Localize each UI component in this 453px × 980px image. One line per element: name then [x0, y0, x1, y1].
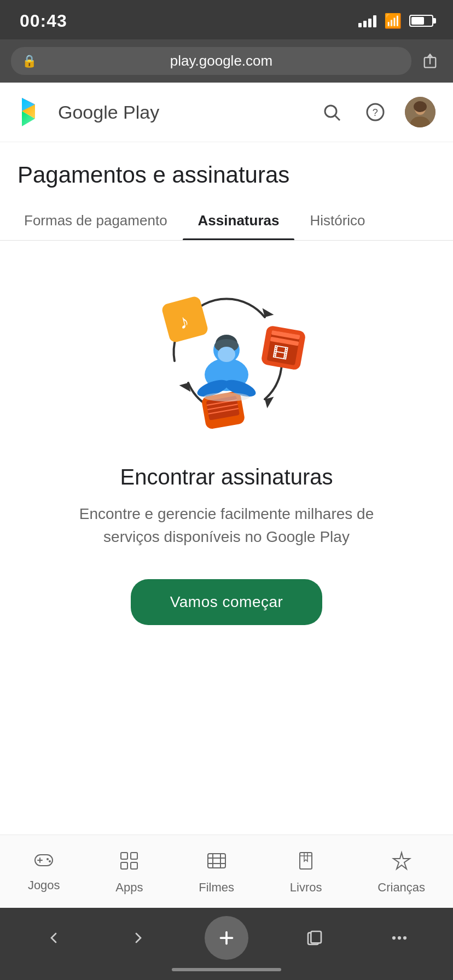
svg-point-42: [49, 860, 51, 862]
content-desc: Encontre e gerencie facilmente milhares …: [68, 503, 385, 549]
nav-label-jogos: Jogos: [28, 878, 60, 892]
svg-rect-52: [300, 853, 312, 869]
gplay-header: Google Play ?: [0, 83, 453, 142]
url-bar[interactable]: 🔒 play.google.com: [11, 47, 411, 75]
search-button[interactable]: [317, 98, 346, 126]
svg-point-41: [47, 858, 49, 860]
status-icons: 📶: [358, 13, 433, 30]
page-content: Pagamentos e assinaturas Formas de pagam…: [0, 142, 453, 835]
nav-label-apps: Apps: [115, 880, 143, 895]
svg-point-34: [218, 347, 235, 362]
status-time: 00:43: [20, 11, 67, 31]
svg-point-37: [204, 393, 249, 401]
svg-rect-47: [208, 854, 225, 868]
svg-rect-58: [311, 931, 321, 943]
nav-item-livros[interactable]: Livros: [279, 846, 333, 899]
browser-bottom-bar: [0, 908, 453, 962]
gplay-logo: Google Play: [18, 96, 159, 129]
svg-rect-46: [131, 862, 137, 869]
svg-rect-43: [121, 853, 127, 859]
svg-point-61: [403, 936, 406, 940]
nav-item-apps[interactable]: Apps: [104, 846, 154, 899]
content-title: Encontrar assinaturas: [120, 465, 333, 489]
gplay-name: Google Play: [58, 102, 159, 123]
header-actions: ?: [317, 97, 435, 127]
bottom-nav: Jogos Apps Filmes: [0, 835, 453, 908]
svg-point-60: [398, 936, 401, 940]
svg-point-59: [392, 936, 396, 940]
signal-icon: [358, 14, 376, 27]
books-icon: [295, 850, 316, 876]
games-icon: [33, 850, 54, 874]
nav-label-livros: Livros: [290, 880, 322, 895]
nav-label-criancas: Crianças: [378, 880, 425, 895]
home-line: [172, 968, 281, 971]
tab-pagamento[interactable]: Formas de pagamento: [9, 201, 183, 240]
lock-icon: 🔒: [22, 54, 37, 68]
svg-rect-44: [131, 853, 137, 859]
play-logo-icon: [18, 96, 50, 129]
tab-historico[interactable]: Histórico: [294, 201, 380, 240]
browser-back-button[interactable]: [34, 921, 73, 954]
svg-text:🎞: 🎞: [271, 343, 289, 363]
browser-tabs-button[interactable]: [295, 921, 334, 954]
nav-label-filmes: Filmes: [199, 880, 234, 895]
page-title: Pagamentos e assinaturas: [0, 142, 453, 201]
nav-item-filmes[interactable]: Filmes: [188, 846, 245, 899]
svg-point-6: [325, 106, 336, 117]
svg-marker-54: [393, 853, 410, 869]
main-content: ♪ 🎞: [0, 241, 453, 835]
svg-rect-45: [121, 862, 127, 869]
cta-button[interactable]: Vamos começar: [131, 579, 323, 625]
subscription-illustration: ♪ 🎞: [133, 273, 320, 438]
svg-text:?: ?: [373, 107, 378, 118]
nav-item-criancas[interactable]: Crianças: [367, 846, 436, 899]
browser-bar: 🔒 play.google.com: [0, 39, 453, 83]
tabs-container: Formas de pagamento Assinaturas Históric…: [0, 201, 453, 241]
browser-more-button[interactable]: [380, 921, 419, 954]
apps-icon: [119, 850, 140, 876]
battery-icon: [409, 15, 433, 27]
nav-item-jogos[interactable]: Jogos: [17, 846, 71, 899]
kids-icon: [391, 850, 412, 876]
tab-assinaturas[interactable]: Assinaturas: [183, 201, 295, 240]
browser-new-tab-button[interactable]: [205, 916, 248, 960]
movies-icon: [206, 850, 227, 876]
user-avatar[interactable]: [405, 97, 435, 127]
browser-forward-button[interactable]: [119, 921, 158, 954]
url-text: play.google.com: [42, 52, 400, 69]
status-bar: 00:43 📶: [0, 0, 453, 39]
help-button[interactable]: ?: [361, 98, 390, 126]
home-indicator: [0, 962, 453, 980]
svg-line-7: [335, 116, 340, 120]
svg-point-13: [414, 101, 427, 112]
wifi-icon: 📶: [384, 13, 402, 30]
share-button[interactable]: [418, 49, 442, 73]
